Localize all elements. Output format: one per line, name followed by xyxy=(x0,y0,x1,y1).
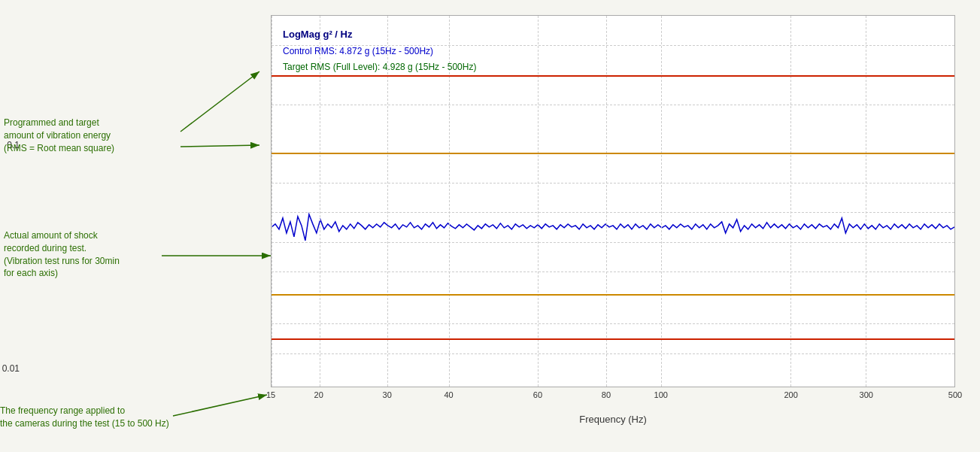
x-label-200: 200 xyxy=(784,390,797,399)
x-label-500: 500 xyxy=(948,390,962,399)
chart-inner: LogMag g² / Hz Control RMS: 4.872 g (15H… xyxy=(271,15,955,387)
x-label-300: 300 xyxy=(860,390,873,399)
red-line-bottom xyxy=(272,338,954,340)
x-axis: 15 20 30 40 60 80 100 200 300 500 Freque… xyxy=(271,387,955,410)
y-axis: 0.1 0.01 xyxy=(0,8,23,380)
chart-legend: LogMag g² / Hz Control RMS: 4.872 g (15H… xyxy=(283,27,476,74)
x-label-60: 60 xyxy=(533,390,542,399)
annotation-target: Programmed and targetamount of vibration… xyxy=(4,117,177,154)
chart-title: LogMag g² / Hz xyxy=(283,27,476,43)
x-label-15: 15 xyxy=(266,390,275,399)
control-rms-label: Control RMS: 4.872 g (15Hz - 500Hz) xyxy=(283,44,476,59)
annotation-actual: Actual amount of shockrecorded during te… xyxy=(4,229,165,280)
x-label-40: 40 xyxy=(444,390,453,399)
main-container: 0.1 0.01 xyxy=(0,0,980,452)
x-label-80: 80 xyxy=(602,390,611,399)
orange-line-bottom xyxy=(272,294,954,296)
orange-line-top xyxy=(272,153,954,154)
chart-area: LogMag g² / Hz Control RMS: 4.872 g (15H… xyxy=(248,8,963,421)
y-label-001: 0.01 xyxy=(2,363,20,374)
x-label-20: 20 xyxy=(314,390,323,399)
x-label-30: 30 xyxy=(383,390,392,399)
annotation-frequency: The frequency range applied tothe camera… xyxy=(0,405,211,430)
red-line-top xyxy=(272,75,954,77)
x-axis-title: Frequency (Hz) xyxy=(579,414,647,425)
x-label-100: 100 xyxy=(654,390,668,399)
target-rms-label: Target RMS (Full Level): 4.928 g (15Hz -… xyxy=(283,60,476,74)
